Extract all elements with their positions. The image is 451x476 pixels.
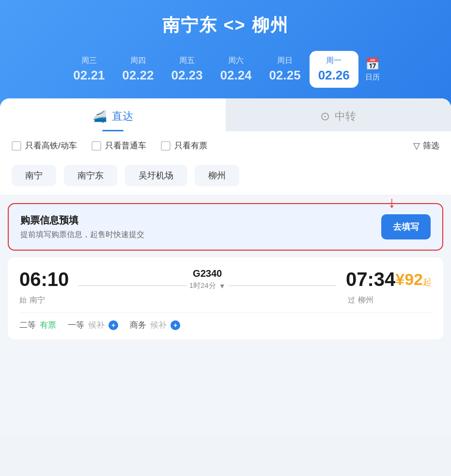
filter-area: 只看高铁/动车 只看普通车 只看有票 ▽ 筛选 <box>0 131 451 158</box>
date-row: 周三 02.21 周四 02.22 周五 02.23 周六 02.24 周日 0… <box>10 51 441 88</box>
price-symbol: ¥ <box>395 270 404 288</box>
train-main-row: 06:10 G2340 1时24分 ▼ 07:34 ¥92起 <box>19 268 432 290</box>
arrive-time: 07:34 <box>346 269 395 290</box>
weekday-label: 周三 <box>81 56 97 66</box>
train-icon: 🚄 <box>93 110 107 123</box>
calendar-button[interactable]: 📅 日历 <box>358 52 387 87</box>
class-first: 一等 候补 + <box>68 319 118 331</box>
weekday-label: 周四 <box>130 56 146 66</box>
class-second: 二等 有票 <box>19 319 56 331</box>
arrow-down-icon: ↓ <box>388 194 396 210</box>
filter-button[interactable]: ▽ 筛选 <box>413 140 439 151</box>
class-first-plus-icon[interactable]: + <box>109 320 118 330</box>
station-tabs: 南宁 南宁东 吴圩机场 柳州 <box>0 158 451 195</box>
prefill-subtitle: 提前填写购票信息，起售时快速提交 <box>20 230 144 240</box>
transfer-icon: ⊙ <box>320 110 330 123</box>
train-info-center: G2340 1时24分 ▼ <box>78 268 336 290</box>
duration-arrow-icon: ▼ <box>219 282 226 290</box>
checkbox-havTicket[interactable] <box>161 141 171 151</box>
station-tab-nanning[interactable]: 南宁 <box>12 165 56 186</box>
train-card[interactable]: 06:10 G2340 1时24分 ▼ 07:34 ¥92起 始 南宁 <box>8 257 443 339</box>
weekday-label: 周一 <box>326 56 342 66</box>
ticket-classes: 二等 有票 一等 候补 + 商务 候补 + <box>19 312 432 331</box>
date-item-0223[interactable]: 周五 02.23 <box>162 51 211 88</box>
prefill-title: 购票信息预填 <box>20 214 144 227</box>
prefill-card: ↓ 购票信息预填 提前填写购票信息，起售时快速提交 去填写 <box>8 203 443 251</box>
tab-transfer-label: 中转 <box>335 109 356 124</box>
route-title: 南宁东 <> 柳州 <box>10 14 441 37</box>
train-price: ¥92起 <box>395 270 432 289</box>
date-num-label: 02.23 <box>171 68 202 83</box>
origin-tag: 始 <box>19 296 27 304</box>
date-item-0226[interactable]: 周一 02.26 <box>310 51 358 88</box>
weekday-label: 周日 <box>277 56 293 66</box>
filter-havTicket[interactable]: 只看有票 <box>161 140 207 151</box>
date-num-label: 02.24 <box>220 68 252 83</box>
date-num-label: 02.21 <box>73 68 105 83</box>
date-item-0225[interactable]: 周日 02.25 <box>261 51 310 88</box>
class-second-name: 二等 <box>19 319 36 331</box>
arrive-station: 柳州 <box>358 296 373 304</box>
tab-direct[interactable]: 🚄 直达 <box>0 98 226 131</box>
date-item-0221[interactable]: 周三 02.21 <box>64 51 113 88</box>
main-content: 🚄 直达 ⊙ 中转 只看高铁/动车 只看普通车 只看有票 ▽ 筛选 <box>0 98 451 438</box>
class-first-status: 候补 <box>88 319 105 331</box>
date-num-label: 02.26 <box>318 68 350 83</box>
prefill-text: 购票信息预填 提前填写购票信息，起售时快速提交 <box>20 214 144 240</box>
filter-checkboxes: 只看高铁/动车 只看普通车 只看有票 ▽ 筛选 <box>12 140 439 151</box>
train-duration: 1时24分 <box>189 281 216 290</box>
filter-gaotie[interactable]: 只看高铁/动车 <box>12 140 77 151</box>
filter-putong-label: 只看普通车 <box>105 140 146 151</box>
class-business-plus-icon[interactable]: + <box>171 320 180 330</box>
depart-station: 南宁 <box>30 296 45 304</box>
checkbox-gaotie[interactable] <box>12 141 21 151</box>
arrow-annotation: ↓ <box>388 194 396 210</box>
class-second-status: 有票 <box>40 319 56 331</box>
station-tab-nanningdong[interactable]: 南宁东 <box>64 165 117 186</box>
class-first-name: 一等 <box>68 319 84 331</box>
train-via: 过 柳州 <box>45 295 373 305</box>
tab-bar: 🚄 直达 ⊙ 中转 <box>0 98 451 131</box>
date-item-0222[interactable]: 周四 02.22 <box>113 51 162 88</box>
date-num-label: 02.22 <box>122 68 154 83</box>
price-number: 92 <box>404 270 423 288</box>
train-number: G2340 <box>193 268 222 279</box>
train-origin: 始 南宁 <box>19 295 45 305</box>
station-tab-wuxu[interactable]: 吴圩机场 <box>125 165 187 186</box>
calendar-icon: 📅 <box>365 57 380 71</box>
filter-button-label: 筛选 <box>423 140 439 151</box>
price-suffix: 起 <box>423 277 432 287</box>
prefill-button[interactable]: 去填写 <box>381 214 431 239</box>
tab-direct-label: 直达 <box>112 109 133 124</box>
class-business-name: 商务 <box>130 319 146 331</box>
filter-icon: ▽ <box>413 141 420 151</box>
class-business: 商务 候补 + <box>130 319 180 331</box>
filter-havTicket-label: 只看有票 <box>174 140 207 151</box>
class-business-status: 候补 <box>150 319 167 331</box>
train-line-right <box>229 286 336 286</box>
filter-putong[interactable]: 只看普通车 <box>92 140 146 151</box>
date-num-label: 02.25 <box>269 68 301 83</box>
checkbox-putong[interactable] <box>92 141 101 151</box>
header: 南宁东 <> 柳州 周三 02.21 周四 02.22 周五 02.23 周六 … <box>0 0 451 107</box>
tab-transfer[interactable]: ⊙ 中转 <box>226 98 451 131</box>
calendar-label: 日历 <box>365 73 380 82</box>
train-duration-row: 1时24分 ▼ <box>78 281 336 290</box>
weekday-label: 周五 <box>179 56 195 66</box>
depart-time: 06:10 <box>19 269 69 290</box>
station-tab-liuzhou[interactable]: 柳州 <box>195 165 239 186</box>
weekday-label: 周六 <box>228 56 244 66</box>
train-line-left <box>78 286 186 286</box>
via-tag: 过 <box>348 296 355 304</box>
date-item-0224[interactable]: 周六 02.24 <box>212 51 261 88</box>
train-sub-row: 始 南宁 过 柳州 <box>19 295 432 305</box>
filter-gaotie-label: 只看高铁/动车 <box>25 140 77 151</box>
